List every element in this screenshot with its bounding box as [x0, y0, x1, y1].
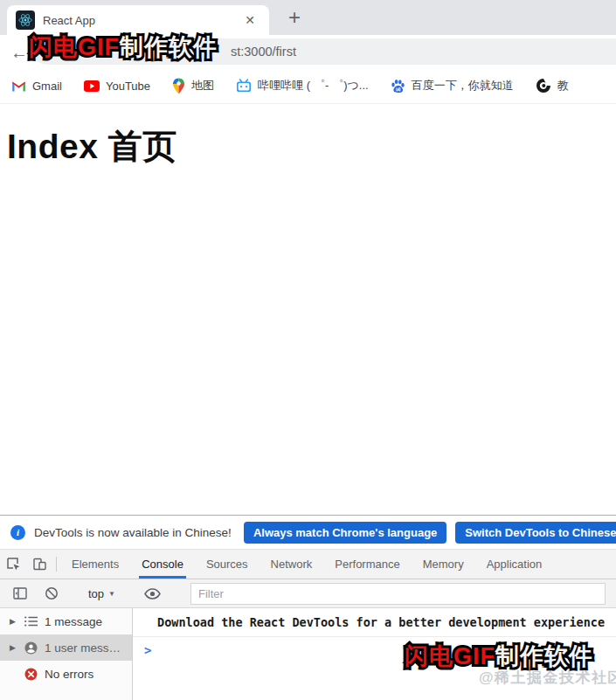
bookmark-bilibili[interactable]: 哔哩哔哩 ( ゜- ゜)つ...: [236, 78, 369, 94]
black-round-site-icon: [536, 78, 551, 94]
bookmark-gmail[interactable]: Gmail: [11, 80, 62, 93]
react-favicon-icon: [16, 10, 35, 30]
context-label: top: [88, 587, 104, 600]
watermark-lightning-gif-bottom: 闪电GIF制作软件 闪电GIF制作软件: [405, 641, 593, 672]
tab-elements[interactable]: Elements: [60, 550, 130, 579]
console-toolbar: top ▼: [0, 579, 616, 608]
tab-title: React App: [43, 14, 239, 27]
clear-console-icon[interactable]: [38, 586, 65, 600]
tab-application[interactable]: Application: [475, 550, 554, 579]
tab-memory[interactable]: Memory: [412, 550, 475, 579]
page-content: Index 首页: [0, 104, 616, 515]
console-sidebar-toggle-icon[interactable]: [7, 587, 33, 600]
tab-performance[interactable]: Performance: [323, 550, 411, 579]
bookmark-label: 地图: [191, 78, 214, 94]
devtools-infobar: i DevTools is now available in Chinese! …: [0, 516, 616, 550]
console-message[interactable]: Download the React DevTools for a better…: [133, 608, 616, 637]
message-list-icon: [24, 616, 38, 627]
browser-tab-strip: React App ✕ +: [0, 0, 616, 35]
bookmark-label: YouTube: [106, 80, 150, 93]
device-toolbar-icon[interactable]: [26, 550, 52, 579]
bookmark-black-site[interactable]: 教: [536, 78, 569, 94]
url-text: st:3000/first: [231, 38, 296, 65]
google-maps-icon: [172, 78, 185, 94]
console-filter-input[interactable]: [190, 583, 606, 605]
sidebar-item-label: 1 message: [45, 615, 102, 628]
sidebar-item-label: No errors: [45, 668, 93, 681]
inspect-element-icon[interactable]: [0, 550, 26, 579]
chevron-down-icon: ▼: [108, 590, 115, 598]
baidu-icon: [391, 79, 405, 94]
switch-devtools-language-button[interactable]: Switch DevTools to Chinese: [455, 522, 616, 544]
watermark-fill: 闪电GIF制作软件: [29, 34, 218, 60]
context-selector[interactable]: top ▼: [83, 587, 121, 600]
info-icon: i: [10, 525, 25, 540]
new-tab-button[interactable]: +: [281, 4, 308, 31]
divider: [56, 557, 57, 572]
devtools-tab-bar: Elements Console Sources Network Perform…: [0, 550, 616, 579]
bookmark-maps[interactable]: 地图: [172, 78, 214, 94]
watermark-lightning-gif-top: 闪电GIF制作软件 闪电GIF制作软件: [29, 31, 218, 63]
tab-sources[interactable]: Sources: [195, 550, 260, 579]
sidebar-item-messages[interactable]: ▶ 1 message: [0, 608, 132, 634]
match-language-button[interactable]: Always match Chrome's language: [244, 522, 446, 544]
infobar-message: DevTools is now available in Chinese!: [34, 526, 232, 539]
sidebar-item-errors[interactable]: ▶ No errors: [0, 661, 132, 687]
bookmark-label: 百度一下，你就知道: [412, 78, 514, 94]
back-icon[interactable]: ←: [7, 40, 31, 65]
youtube-icon: [84, 80, 100, 92]
bookmark-label: Gmail: [32, 80, 62, 93]
tab-console[interactable]: Console: [130, 550, 195, 579]
user-icon: [24, 641, 38, 655]
console-sidebar: ▶ 1 message ▶ 1 user mess…: [0, 608, 133, 700]
bilibili-icon: [236, 79, 252, 93]
gmail-icon: [11, 80, 26, 93]
bookmark-baidu[interactable]: 百度一下，你就知道: [391, 78, 514, 94]
page-title: Index 首页: [7, 123, 616, 170]
expand-arrow-icon[interactable]: ▶: [8, 643, 17, 652]
sidebar-item-user-messages[interactable]: ▶ 1 user mess…: [0, 634, 132, 661]
watermark-fill: 闪电GIF制作软件: [405, 643, 593, 669]
tab-network[interactable]: Network: [260, 550, 324, 579]
bookmark-youtube[interactable]: YouTube: [84, 80, 150, 93]
error-icon: [24, 668, 38, 681]
browser-tab-react-app[interactable]: React App ✕: [7, 5, 269, 35]
sidebar-item-label: 1 user mess…: [45, 641, 121, 655]
expand-arrow-icon[interactable]: ▶: [8, 617, 17, 626]
bookmark-label: 教: [557, 78, 569, 94]
live-expression-eye-icon[interactable]: [139, 588, 165, 600]
tab-close-icon[interactable]: ✕: [239, 11, 260, 29]
bookmark-label: 哔哩哔哩 ( ゜- ゜)つ...: [258, 78, 369, 94]
bookmarks-bar: Gmail YouTube 地图 哔哩哔哩 ( ゜-: [0, 68, 616, 104]
